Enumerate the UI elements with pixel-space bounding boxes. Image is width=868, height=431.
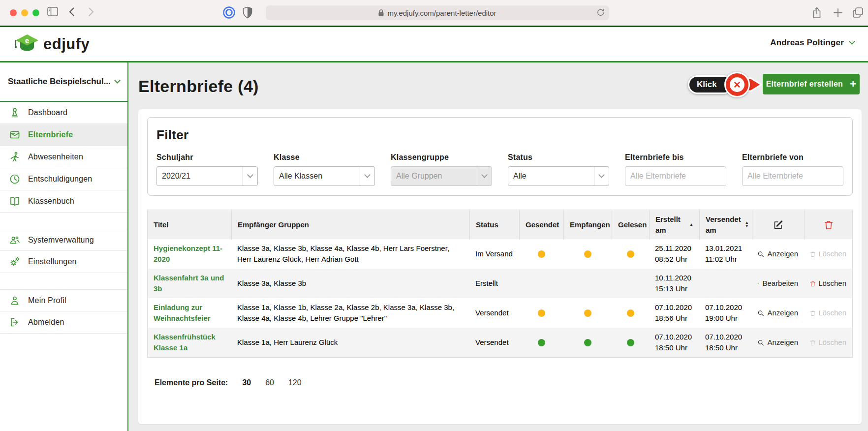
chevron-down-icon <box>247 172 253 178</box>
select-chevron <box>594 167 609 185</box>
delete-label: Löschen <box>818 308 846 318</box>
sidebar-item-label: Abmelden <box>28 318 64 327</box>
elternbriefe-bis-input[interactable] <box>625 166 726 186</box>
column-label: Erstellt am <box>655 214 685 236</box>
bearbeiten-button[interactable]: Bearbeiten <box>758 278 798 289</box>
empfangen-status-dot <box>584 250 591 258</box>
letter-title-link[interactable]: Einladung zur Weihnachtsfeier <box>154 303 211 322</box>
trash-icon <box>810 339 815 347</box>
anzeigen-button[interactable]: Anzeigen <box>758 308 798 318</box>
schuljahr-select[interactable]: 2020/21 <box>156 166 258 186</box>
sidebar-item-klassenbuch[interactable]: Klassenbuch <box>0 190 127 213</box>
address-bar[interactable]: my.edjufy.com/parent-letter/editor <box>266 5 609 20</box>
back-icon[interactable] <box>69 7 74 16</box>
sidebar-item-einstellungen[interactable]: Einstellungen <box>0 251 127 273</box>
sidebar-item-abwesenheiten[interactable]: Abwesenheiten <box>0 146 127 168</box>
chevron-down-icon <box>598 172 605 178</box>
column-versendet-am[interactable]: Versendet am ▲▼ <box>699 210 752 240</box>
minimize-window-button[interactable] <box>21 9 28 16</box>
close-window-button[interactable] <box>10 9 17 16</box>
logo-wordmark: edjufy <box>43 35 90 53</box>
zoom-window-button[interactable] <box>32 9 39 16</box>
filter-klasse: Klasse Alle Klassen <box>274 153 375 186</box>
letter-title-link[interactable]: Klassenfahrt 3a und 3b <box>154 274 224 293</box>
magnifier-icon <box>758 309 764 317</box>
loeschen-button[interactable]: Löschen <box>810 278 846 289</box>
reload-icon[interactable] <box>596 8 605 17</box>
tab-overview-icon[interactable] <box>852 7 864 18</box>
gesendet-status-dot <box>538 250 545 258</box>
filter-label: Elternbriefe von <box>742 153 843 162</box>
recipients-cell: Klasse 3a, Klasse 3b <box>231 274 469 293</box>
users-icon <box>9 234 21 246</box>
status-cell: Im Versand <box>469 245 519 263</box>
letter-title-link[interactable]: Klassenfrühstück Klasse 1a <box>154 333 216 352</box>
sidebar-item-entschuldigungen[interactable]: Entschuldigungen <box>0 168 127 190</box>
column-edit <box>752 210 804 240</box>
column-erstellt-am[interactable]: Erstellt am ▲ <box>649 210 699 240</box>
forward-icon[interactable] <box>89 7 94 16</box>
logout-icon <box>9 316 21 328</box>
per-page-option-60[interactable]: 60 <box>265 378 274 387</box>
filter-label: Klassengruppe <box>391 153 492 162</box>
klick-badge: Klick <box>688 75 733 94</box>
chevron-down-icon <box>364 172 371 178</box>
per-page-option-120[interactable]: 120 <box>288 378 302 387</box>
share-icon[interactable] <box>812 7 822 19</box>
filter-elternbriefe-bis: Elternbriefe bis <box>625 153 726 186</box>
sidebar-item-abmelden[interactable]: Abmelden <box>0 311 127 334</box>
edit-icon <box>774 220 783 230</box>
school-selector[interactable]: Staatliche Beispielschul... <box>0 62 127 102</box>
column-label: Versendet am <box>706 214 741 236</box>
pencil-icon <box>758 279 759 288</box>
select-value: Alle <box>508 172 594 181</box>
chevron-down-icon <box>849 38 855 45</box>
sidebar-item-systemverwaltung[interactable]: Systemverwaltung <box>0 229 127 251</box>
browser-window: my.edjufy.com/parent-letter/editor e ed <box>0 0 868 431</box>
create-elternbrief-button[interactable]: Elternbrief erstellen + <box>763 74 860 94</box>
erstellt-am-cell: 07.10.202018:56 Uhr <box>649 298 699 328</box>
table-header-row: Titel Empfänger Gruppen Status Gesendet … <box>148 210 852 239</box>
sidebar-item-elternbriefe[interactable]: Elternbriefe <box>0 124 127 146</box>
trash-icon <box>824 220 833 230</box>
filter-card: Filter Schuljahr 2020/21 Klasse Alle Kla… <box>147 117 853 196</box>
sidebar-item-label: Elternbriefe <box>28 130 73 139</box>
user-menu[interactable]: Andreas Poltinger <box>770 38 854 48</box>
filter-schuljahr: Schuljahr 2020/21 <box>156 153 258 186</box>
klasse-select[interactable]: Alle Klassen <box>274 166 375 186</box>
trash-icon <box>810 309 815 317</box>
filter-label: Elternbriefe bis <box>625 153 726 162</box>
elternbriefe-von-input[interactable] <box>742 166 843 186</box>
x-icon: ✕ <box>730 77 744 92</box>
new-tab-icon[interactable] <box>834 8 842 17</box>
delete-label: Löschen <box>818 278 846 289</box>
per-page-option-30[interactable]: 30 <box>242 378 251 387</box>
action-label: Anzeigen <box>767 308 798 318</box>
klick-tutorial-pointer: Klick ✕ <box>688 73 763 96</box>
table-row: Hygienekonzept 11-2020 Klasse 3a, Klasse… <box>148 239 852 269</box>
content-panel: Filter Schuljahr 2020/21 Klasse Alle Kla… <box>138 109 862 424</box>
shield-extension-icon[interactable] <box>243 6 252 19</box>
window-controls <box>10 9 39 16</box>
erstellt-am-cell: 25.11.202008:52 Uhr <box>649 239 699 269</box>
sidebar-item-dashboard[interactable]: Dashboard <box>0 102 127 124</box>
items-per-page-label: Elemente pro Seite: <box>155 378 228 387</box>
sort-asc-icon: ▲ <box>689 223 693 226</box>
edjufy-logo[interactable]: e edjufy <box>15 33 90 55</box>
onepassword-extension-icon[interactable] <box>223 6 235 19</box>
versendet-am-cell: 07.10.202018:50 Uhr <box>699 328 752 357</box>
letter-title-link[interactable]: Hygienekonzept 11-2020 <box>154 244 222 263</box>
column-delete <box>804 210 852 240</box>
sidebar-item-label: Mein Profil <box>28 296 66 305</box>
sidebar-toggle-icon[interactable] <box>47 7 58 16</box>
status-select[interactable]: Alle <box>508 166 609 186</box>
arrow-right-icon <box>739 75 763 94</box>
anzeigen-button[interactable]: Anzeigen <box>758 337 798 348</box>
sidebar-item-mein-profil[interactable]: Mein Profil <box>0 289 127 311</box>
sidebar-item-label: Dashboard <box>28 108 67 117</box>
select-value: 2020/21 <box>157 172 243 181</box>
magnifier-icon <box>758 250 764 258</box>
anzeigen-button[interactable]: Anzeigen <box>758 248 798 259</box>
gears-icon <box>9 256 21 268</box>
column-titel: Titel <box>148 210 231 240</box>
